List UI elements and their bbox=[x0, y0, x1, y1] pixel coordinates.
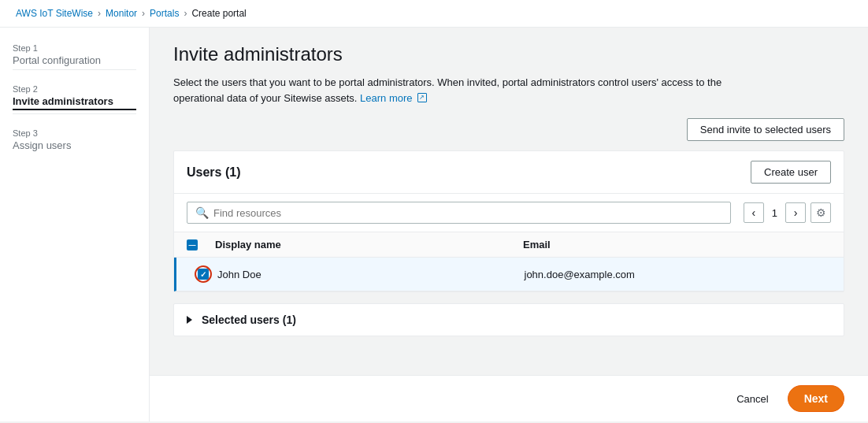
cell-email: john.doe@example.com bbox=[525, 269, 832, 280]
table-row: John Doe john.doe@example.com bbox=[174, 258, 844, 291]
search-bar-row: 🔍 ‹ 1 › ⚙ bbox=[174, 194, 844, 232]
col-header-display-name: Display name bbox=[215, 239, 523, 250]
step-1-label: Step 1 bbox=[13, 43, 136, 53]
send-invite-button[interactable]: Send invite to selected users bbox=[687, 118, 844, 141]
sidebar: Step 1 Portal configuration Step 2 Invit… bbox=[0, 28, 150, 421]
breadcrumb-sep-1: › bbox=[98, 8, 101, 19]
sidebar-step-1: Step 1 Portal configuration bbox=[13, 43, 136, 70]
step-2-label: Step 2 bbox=[13, 84, 136, 94]
sidebar-step-3: Step 3 Assign users bbox=[13, 128, 136, 151]
table-header: Display name Email bbox=[174, 232, 844, 258]
top-actions: Send invite to selected users bbox=[173, 118, 844, 141]
search-input-wrap: 🔍 bbox=[187, 202, 731, 224]
selected-users-label: Selected users (1) bbox=[202, 314, 296, 326]
header-checkbox-col bbox=[187, 239, 215, 250]
step-3-label: Step 3 bbox=[13, 128, 136, 138]
sidebar-step-2: Step 2 Invite administrators bbox=[13, 84, 136, 114]
row-checkbox-container bbox=[189, 265, 217, 283]
learn-more-link[interactable]: Learn more bbox=[360, 92, 412, 104]
expand-icon bbox=[187, 316, 192, 324]
breadcrumb-sep-3: › bbox=[184, 8, 187, 19]
step-1-name: Portal configuration bbox=[13, 54, 136, 66]
external-link-icon bbox=[417, 93, 427, 102]
row-checkbox-wrap bbox=[195, 265, 212, 283]
breadcrumb-monitor[interactable]: Monitor bbox=[106, 8, 137, 19]
footer: Cancel Next bbox=[150, 375, 868, 421]
next-page-button[interactable]: › bbox=[785, 202, 806, 223]
users-count: Users (1) bbox=[187, 165, 240, 180]
search-input[interactable] bbox=[213, 207, 722, 219]
pagination-controls: ‹ 1 › ⚙ bbox=[744, 202, 831, 223]
settings-button[interactable]: ⚙ bbox=[811, 202, 831, 223]
selected-users-header[interactable]: Selected users (1) bbox=[174, 304, 844, 336]
breadcrumb-sitewise[interactable]: AWS IoT SiteWise bbox=[16, 8, 93, 19]
step-1-divider bbox=[13, 69, 136, 70]
users-panel: Users (1) Create user 🔍 ‹ 1 › ⚙ bbox=[173, 150, 844, 292]
users-panel-header: Users (1) Create user bbox=[174, 151, 844, 194]
page-number: 1 bbox=[769, 207, 781, 219]
select-all-checkbox[interactable] bbox=[187, 239, 198, 250]
search-icon: 🔍 bbox=[195, 206, 209, 219]
step-2-divider bbox=[13, 113, 136, 114]
breadcrumb-portals[interactable]: Portals bbox=[150, 8, 179, 19]
cancel-button[interactable]: Cancel bbox=[727, 388, 777, 410]
page-title: Invite administrators bbox=[173, 43, 844, 65]
breadcrumb-sep-2: › bbox=[142, 8, 145, 19]
breadcrumb: AWS IoT SiteWise › Monitor › Portals › C… bbox=[0, 0, 868, 28]
next-button[interactable]: Next bbox=[788, 385, 844, 412]
selected-users-panel: Selected users (1) bbox=[173, 303, 844, 336]
col-header-email: Email bbox=[523, 239, 831, 250]
cell-display-name: John Doe bbox=[217, 269, 525, 280]
main-content: Invite administrators Select the users t… bbox=[150, 28, 868, 375]
breadcrumb-create-portal: Create portal bbox=[191, 8, 246, 19]
prev-page-button[interactable]: ‹ bbox=[744, 202, 764, 223]
step-2-name: Invite administrators bbox=[13, 95, 136, 110]
create-user-button[interactable]: Create user bbox=[751, 161, 831, 184]
page-description: Select the users that you want to be por… bbox=[173, 75, 788, 106]
step-3-name: Assign users bbox=[13, 139, 136, 151]
checkbox-red-ring bbox=[195, 265, 212, 283]
